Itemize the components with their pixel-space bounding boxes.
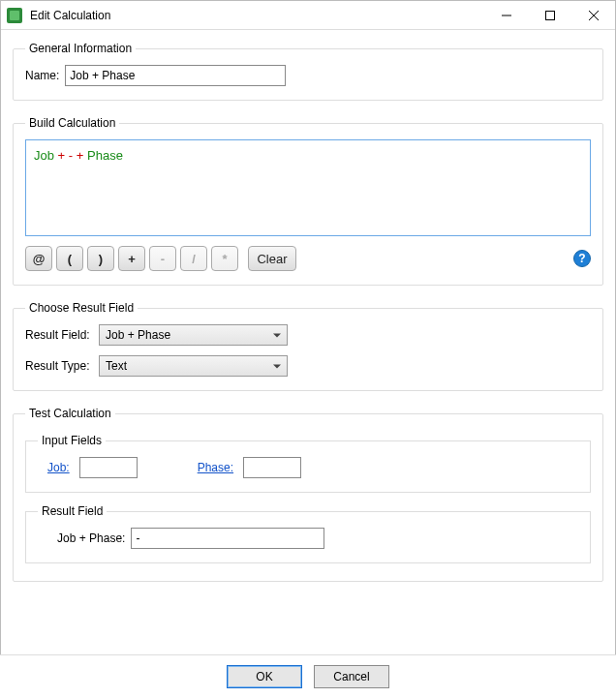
result-field-group: Result Field Job + Phase: bbox=[25, 504, 591, 563]
name-label: Name: bbox=[25, 69, 59, 82]
test-calculation-legend: Test Calculation bbox=[25, 407, 115, 420]
result-output bbox=[131, 528, 324, 549]
formula-token-operator: + bbox=[77, 148, 84, 163]
result-output-label: Job + Phase: bbox=[57, 531, 125, 545]
choose-result-field-legend: Choose Result Field bbox=[25, 301, 138, 315]
minimize-icon bbox=[502, 11, 511, 20]
cancel-button[interactable]: Cancel bbox=[314, 665, 389, 688]
result-field-value: Job + Phase bbox=[106, 328, 170, 342]
job-link-label[interactable]: Job: bbox=[47, 461, 70, 474]
choose-result-field-group: Choose Result Field Result Field: Job + … bbox=[13, 301, 603, 391]
result-type-combo[interactable]: Text bbox=[99, 355, 288, 377]
phase-link-label[interactable]: Phase: bbox=[198, 461, 233, 474]
clear-button[interactable]: Clear bbox=[248, 246, 296, 271]
formula-token-field: Phase bbox=[87, 148, 123, 163]
formula-token-field: Job bbox=[34, 148, 54, 163]
general-information-legend: General Information bbox=[25, 42, 136, 55]
app-icon bbox=[7, 8, 22, 23]
formula-editor[interactable]: Job + - + Phase bbox=[25, 139, 591, 236]
op-plus-button[interactable]: + bbox=[118, 246, 145, 271]
formula-token-operator: + bbox=[58, 148, 66, 163]
op-multiply-button[interactable]: * bbox=[211, 246, 238, 271]
op-at-button[interactable]: @ bbox=[25, 246, 52, 271]
phase-input[interactable] bbox=[243, 457, 301, 478]
op-minus-button[interactable]: - bbox=[149, 246, 176, 271]
build-calculation-legend: Build Calculation bbox=[25, 116, 119, 130]
maximize-button[interactable] bbox=[528, 1, 571, 29]
input-fields-legend: Input Fields bbox=[38, 434, 106, 447]
maximize-icon bbox=[545, 11, 555, 20]
result-field-label: Result Field: bbox=[25, 328, 93, 342]
ok-button[interactable]: OK bbox=[227, 665, 302, 688]
build-calculation-group: Build Calculation Job + - + Phase @ ( ) … bbox=[13, 116, 603, 286]
title-bar: Edit Calculation bbox=[1, 1, 615, 30]
svg-rect-1 bbox=[545, 11, 554, 19]
formula-token-literal: - bbox=[69, 148, 73, 163]
window-buttons bbox=[484, 1, 615, 29]
result-type-value: Text bbox=[106, 359, 127, 373]
minimize-button[interactable] bbox=[484, 1, 528, 29]
window-title: Edit Calculation bbox=[30, 9, 484, 22]
formula-button-row: @ ( ) + - / * Clear ? bbox=[25, 246, 591, 271]
dialog-content: General Information Name: Build Calculat… bbox=[1, 30, 615, 597]
op-divide-button[interactable]: / bbox=[180, 246, 207, 271]
dialog-footer: OK Cancel bbox=[0, 654, 616, 698]
name-input[interactable] bbox=[65, 65, 286, 86]
input-fields-group: Input Fields Job: Phase: bbox=[25, 434, 591, 493]
test-calculation-group: Test Calculation Input Fields Job: Phase… bbox=[13, 407, 603, 582]
close-button[interactable] bbox=[571, 1, 615, 29]
help-icon[interactable]: ? bbox=[573, 250, 591, 267]
close-icon bbox=[589, 11, 599, 20]
op-lparen-button[interactable]: ( bbox=[56, 246, 83, 271]
result-field-combo[interactable]: Job + Phase bbox=[99, 324, 288, 346]
result-field-inner-legend: Result Field bbox=[38, 504, 107, 518]
op-rparen-button[interactable]: ) bbox=[87, 246, 114, 271]
job-input[interactable] bbox=[79, 457, 138, 478]
result-type-label: Result Type: bbox=[25, 359, 93, 373]
general-information-group: General Information Name: bbox=[13, 42, 603, 101]
